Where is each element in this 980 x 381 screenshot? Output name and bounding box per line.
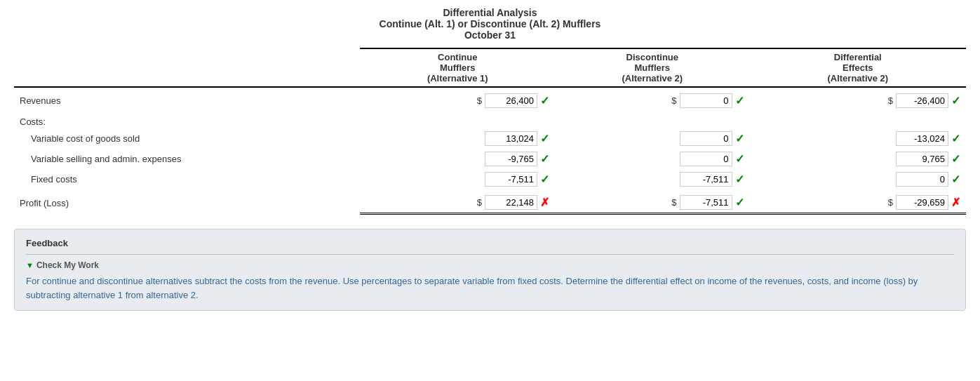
- var-cogs-c3-check-icon: ✓: [951, 132, 960, 145]
- profit-c2-cell: $ ✓: [555, 189, 750, 214]
- var-cogs-c3-group: ✓: [767, 131, 960, 146]
- revenues-c1-input-group: $ ✓: [365, 93, 549, 108]
- revenues-c2-input-group: $ ✓: [561, 93, 744, 108]
- var-selling-c3-input[interactable]: [896, 152, 948, 166]
- profit-c2-input[interactable]: [680, 195, 732, 210]
- revenues-c2-check-icon: ✓: [735, 94, 744, 107]
- var-cogs-c3-input[interactable]: [896, 131, 948, 146]
- revenues-c2-cell: $ ✓: [555, 87, 750, 111]
- costs-label: Costs:: [14, 111, 360, 128]
- profit-c1-cell: $ ✗: [360, 189, 555, 214]
- profit-c1-dollar: $: [477, 197, 482, 208]
- fixed-c2-input[interactable]: [680, 172, 732, 187]
- revenues-c3-cell: $ ✓: [750, 87, 966, 111]
- revenues-c3-input[interactable]: [896, 93, 948, 108]
- header-section: Differential Analysis Continue (Alt. 1) …: [14, 7, 966, 41]
- profit-c3-x-icon: ✗: [951, 196, 960, 209]
- feedback-divider: [26, 254, 954, 255]
- var-cogs-c3-cell: ✓: [750, 128, 966, 149]
- revenues-c1-dollar: $: [477, 95, 482, 106]
- fixed-costs-label: Fixed costs: [14, 169, 360, 189]
- revenues-c1-cell: $ ✓: [360, 87, 555, 111]
- fixed-c3-input[interactable]: [896, 172, 948, 187]
- profit-c3-input[interactable]: [896, 195, 948, 210]
- profit-c2-check-icon: ✓: [735, 196, 744, 209]
- fixed-c1-cell: ✓: [360, 169, 555, 189]
- profit-row: Profit (Loss) $ ✗ $ ✓: [14, 189, 966, 214]
- var-selling-c1-cell: ✓: [360, 149, 555, 169]
- profit-c1-x-icon: ✗: [540, 196, 549, 209]
- revenues-row: Revenues $ ✓ $ ✓: [14, 87, 966, 111]
- revenues-c1-check-icon: ✓: [540, 94, 549, 107]
- col-continue-header: Continue Mufflers (Alternative 1): [360, 48, 555, 87]
- fixed-c2-cell: ✓: [555, 169, 750, 189]
- fixed-c2-group: ✓: [572, 172, 744, 187]
- col-label-header: [14, 48, 360, 87]
- profit-c1-input[interactable]: [485, 195, 537, 210]
- var-cogs-c1-group: ✓: [377, 131, 549, 146]
- var-selling-c1-group: ✓: [377, 152, 549, 166]
- var-cogs-c1-input[interactable]: [485, 131, 537, 146]
- var-selling-c2-check-icon: ✓: [735, 152, 744, 166]
- var-selling-row: Variable selling and admin. expenses ✓ ✓: [14, 149, 966, 169]
- var-selling-c2-cell: ✓: [555, 149, 750, 169]
- var-cogs-c1-cell: ✓: [360, 128, 555, 149]
- revenues-c2-dollar: $: [671, 95, 676, 106]
- feedback-body-text: For continue and discontinue alternative…: [26, 274, 954, 302]
- fixed-c1-group: ✓: [377, 172, 549, 187]
- var-selling-c2-group: ✓: [572, 152, 744, 166]
- var-selling-c3-check-icon: ✓: [951, 152, 960, 166]
- col-differential-header: Differential Effects (Alternative 2): [750, 48, 966, 87]
- profit-c2-group: $ ✓: [561, 195, 744, 210]
- revenues-c2-input[interactable]: [680, 93, 732, 108]
- var-selling-c3-group: ✓: [767, 152, 960, 166]
- var-cogs-c2-input[interactable]: [680, 131, 732, 146]
- revenues-c3-input-group: $ ✓: [756, 93, 960, 108]
- fixed-c1-input[interactable]: [485, 172, 537, 187]
- var-selling-c1-input[interactable]: [485, 152, 537, 166]
- var-cogs-c2-cell: ✓: [555, 128, 750, 149]
- check-my-work-label: ▼ Check My Work: [26, 260, 954, 270]
- var-cogs-c1-check-icon: ✓: [540, 132, 549, 145]
- page-wrapper: Differential Analysis Continue (Alt. 1) …: [0, 0, 980, 381]
- differential-analysis-table: Continue Mufflers (Alternative 1) Discon…: [14, 48, 966, 215]
- check-my-work-arrow-icon: ▼: [26, 261, 34, 269]
- var-cogs-row: Variable cost of goods sold ✓ ✓: [14, 128, 966, 149]
- revenues-c3-dollar: $: [888, 95, 893, 106]
- header-line1: Differential Analysis: [14, 7, 966, 18]
- revenues-c1-input[interactable]: [485, 93, 537, 108]
- feedback-title: Feedback: [26, 238, 954, 248]
- var-cogs-label: Variable cost of goods sold: [14, 128, 360, 149]
- var-cogs-c2-group: ✓: [572, 131, 744, 146]
- var-selling-c1-check-icon: ✓: [540, 152, 549, 166]
- header-line2: Continue (Alt. 1) or Discontinue (Alt. 2…: [14, 18, 966, 29]
- feedback-section: Feedback ▼ Check My Work For continue an…: [14, 229, 966, 311]
- profit-c3-group: $ ✗: [756, 195, 960, 210]
- fixed-c2-check-icon: ✓: [735, 173, 744, 186]
- profit-c2-dollar: $: [671, 197, 676, 208]
- var-selling-label: Variable selling and admin. expenses: [14, 149, 360, 169]
- fixed-c3-cell: ✓: [750, 169, 966, 189]
- fixed-costs-row: Fixed costs ✓ ✓ ✓: [14, 169, 966, 189]
- profit-c3-dollar: $: [888, 197, 893, 208]
- var-selling-c2-input[interactable]: [680, 152, 732, 166]
- revenues-label: Revenues: [14, 87, 360, 111]
- revenues-c3-check-icon: ✓: [951, 94, 960, 107]
- header-line3: October 31: [14, 29, 966, 41]
- profit-c1-group: $ ✗: [365, 195, 549, 210]
- var-selling-c3-cell: ✓: [750, 149, 966, 169]
- profit-label: Profit (Loss): [14, 189, 360, 214]
- fixed-c1-check-icon: ✓: [540, 173, 549, 186]
- costs-header-row: Costs:: [14, 111, 966, 128]
- col-discontinue-header: Discontinue Mufflers (Alternative 2): [555, 48, 750, 87]
- fixed-c3-check-icon: ✓: [951, 173, 960, 186]
- var-cogs-c2-check-icon: ✓: [735, 132, 744, 145]
- profit-c3-cell: $ ✗: [750, 189, 966, 214]
- fixed-c3-group: ✓: [767, 172, 960, 187]
